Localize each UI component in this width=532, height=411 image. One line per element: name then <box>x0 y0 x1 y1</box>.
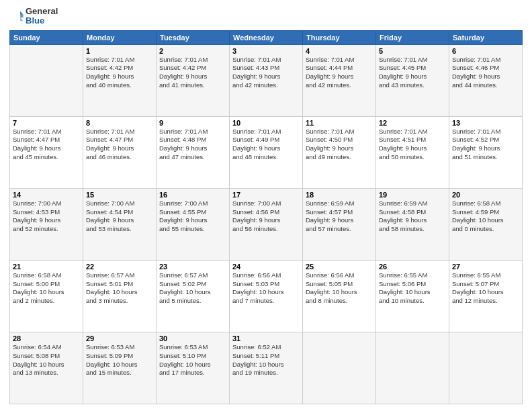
day-info: Sunrise: 6:57 AMSunset: 5:01 PMDaylight:… <box>86 271 153 306</box>
day-info: Sunrise: 6:56 AMSunset: 5:03 PMDaylight:… <box>232 271 300 306</box>
day-number: 30 <box>159 334 226 342</box>
day-info: Sunrise: 7:01 AMSunset: 4:50 PMDaylight:… <box>306 128 373 162</box>
day-number: 10 <box>232 119 300 127</box>
day-info: Sunrise: 7:01 AMSunset: 4:45 PMDaylight:… <box>379 56 446 90</box>
calendar-cell: 10Sunrise: 7:01 AMSunset: 4:49 PMDayligh… <box>230 116 303 188</box>
calendar-table: SundayMondayTuesdayWednesdayThursdayFrid… <box>9 30 523 404</box>
day-number: 21 <box>13 263 80 271</box>
day-info: Sunrise: 7:01 AMSunset: 4:46 PMDaylight:… <box>452 56 519 90</box>
calendar-cell: 29Sunrise: 6:53 AMSunset: 5:09 PMDayligh… <box>83 332 157 404</box>
day-info: Sunrise: 7:00 AMSunset: 4:54 PMDaylight:… <box>86 199 153 234</box>
day-number: 13 <box>452 119 519 127</box>
day-number: 6 <box>452 47 519 55</box>
calendar-cell: 25Sunrise: 6:56 AMSunset: 5:05 PMDayligh… <box>303 260 376 332</box>
day-info: Sunrise: 6:56 AMSunset: 5:05 PMDaylight:… <box>306 271 373 306</box>
day-number: 5 <box>379 47 446 55</box>
day-info: Sunrise: 6:57 AMSunset: 5:02 PMDaylight:… <box>159 271 226 306</box>
day-number: 7 <box>13 119 80 127</box>
column-header-saturday: Saturday <box>449 30 523 44</box>
calendar-cell: 8Sunrise: 7:01 AMSunset: 4:47 PMDaylight… <box>83 116 157 188</box>
day-info: Sunrise: 6:59 AMSunset: 4:58 PMDaylight:… <box>379 199 446 234</box>
day-number: 25 <box>306 263 373 271</box>
calendar-cell <box>376 332 449 404</box>
svg-marker-2 <box>20 17 23 21</box>
calendar-cell: 6Sunrise: 7:01 AMSunset: 4:46 PMDaylight… <box>449 44 523 116</box>
calendar-cell: 7Sunrise: 7:01 AMSunset: 4:47 PMDaylight… <box>10 116 83 188</box>
day-info: Sunrise: 7:00 AMSunset: 4:53 PMDaylight:… <box>13 199 80 234</box>
column-header-monday: Monday <box>83 30 157 44</box>
day-info: Sunrise: 7:01 AMSunset: 4:42 PMDaylight:… <box>159 56 226 90</box>
calendar-cell: 20Sunrise: 6:58 AMSunset: 4:59 PMDayligh… <box>449 188 523 260</box>
day-info: Sunrise: 7:01 AMSunset: 4:43 PMDaylight:… <box>232 56 300 90</box>
day-number: 31 <box>232 334 300 342</box>
day-info: Sunrise: 6:53 AMSunset: 5:10 PMDaylight:… <box>159 343 226 377</box>
day-number: 15 <box>86 191 153 199</box>
calendar-cell: 12Sunrise: 7:01 AMSunset: 4:51 PMDayligh… <box>376 116 449 188</box>
calendar-cell: 24Sunrise: 6:56 AMSunset: 5:03 PMDayligh… <box>230 260 303 332</box>
column-header-wednesday: Wednesday <box>230 30 303 44</box>
day-info: Sunrise: 7:01 AMSunset: 4:47 PMDaylight:… <box>13 128 80 162</box>
day-info: Sunrise: 7:01 AMSunset: 4:52 PMDaylight:… <box>452 128 519 162</box>
calendar-cell: 22Sunrise: 6:57 AMSunset: 5:01 PMDayligh… <box>83 260 157 332</box>
calendar-cell: 21Sunrise: 6:58 AMSunset: 5:00 PMDayligh… <box>10 260 83 332</box>
logo: General Blue <box>9 7 58 26</box>
calendar-cell <box>10 44 83 116</box>
day-number: 1 <box>86 47 153 55</box>
calendar-cell: 4Sunrise: 7:01 AMSunset: 4:44 PMDaylight… <box>303 44 376 116</box>
day-number: 26 <box>379 263 446 271</box>
calendar-cell: 13Sunrise: 7:01 AMSunset: 4:52 PMDayligh… <box>449 116 523 188</box>
day-number: 19 <box>379 191 446 199</box>
day-info: Sunrise: 6:58 AMSunset: 4:59 PMDaylight:… <box>452 199 519 234</box>
day-info: Sunrise: 6:55 AMSunset: 5:06 PMDaylight:… <box>379 271 446 306</box>
calendar-cell: 27Sunrise: 6:55 AMSunset: 5:07 PMDayligh… <box>449 260 523 332</box>
day-number: 20 <box>452 191 519 199</box>
day-number: 8 <box>86 119 153 127</box>
day-info: Sunrise: 6:59 AMSunset: 4:57 PMDaylight:… <box>306 199 373 234</box>
day-info: Sunrise: 6:53 AMSunset: 5:09 PMDaylight:… <box>86 343 153 377</box>
day-number: 12 <box>379 119 446 127</box>
calendar-cell: 31Sunrise: 6:52 AMSunset: 5:11 PMDayligh… <box>230 332 303 404</box>
calendar-cell: 16Sunrise: 7:00 AMSunset: 4:55 PMDayligh… <box>157 188 230 260</box>
day-number: 3 <box>232 47 300 55</box>
day-number: 28 <box>13 334 80 342</box>
svg-marker-0 <box>20 11 23 15</box>
page-header: General Blue <box>9 7 523 26</box>
day-info: Sunrise: 6:55 AMSunset: 5:07 PMDaylight:… <box>452 271 519 306</box>
day-number: 23 <box>159 263 226 271</box>
calendar-cell: 9Sunrise: 7:01 AMSunset: 4:48 PMDaylight… <box>157 116 230 188</box>
day-number: 29 <box>86 334 153 342</box>
calendar-cell: 5Sunrise: 7:01 AMSunset: 4:45 PMDaylight… <box>376 44 449 116</box>
day-number: 14 <box>13 191 80 199</box>
column-header-tuesday: Tuesday <box>157 30 230 44</box>
day-info: Sunrise: 7:00 AMSunset: 4:55 PMDaylight:… <box>159 199 226 234</box>
svg-marker-1 <box>20 15 23 17</box>
day-info: Sunrise: 7:01 AMSunset: 4:48 PMDaylight:… <box>159 128 226 162</box>
day-info: Sunrise: 7:00 AMSunset: 4:56 PMDaylight:… <box>232 199 300 234</box>
column-header-friday: Friday <box>376 30 449 44</box>
day-number: 4 <box>306 47 373 55</box>
logo-text: General Blue <box>26 7 58 26</box>
day-info: Sunrise: 7:01 AMSunset: 4:51 PMDaylight:… <box>379 128 446 162</box>
day-number: 11 <box>306 119 373 127</box>
day-number: 17 <box>232 191 300 199</box>
day-number: 27 <box>452 263 519 271</box>
logo-icon <box>9 9 24 24</box>
calendar-cell: 23Sunrise: 6:57 AMSunset: 5:02 PMDayligh… <box>157 260 230 332</box>
day-info: Sunrise: 6:54 AMSunset: 5:08 PMDaylight:… <box>13 343 80 377</box>
day-number: 2 <box>159 47 226 55</box>
day-info: Sunrise: 6:52 AMSunset: 5:11 PMDaylight:… <box>232 343 300 377</box>
day-info: Sunrise: 7:01 AMSunset: 4:47 PMDaylight:… <box>86 128 153 162</box>
calendar-cell: 14Sunrise: 7:00 AMSunset: 4:53 PMDayligh… <box>10 188 83 260</box>
calendar-cell: 3Sunrise: 7:01 AMSunset: 4:43 PMDaylight… <box>230 44 303 116</box>
calendar-cell: 11Sunrise: 7:01 AMSunset: 4:50 PMDayligh… <box>303 116 376 188</box>
day-number: 24 <box>232 263 300 271</box>
calendar-cell: 17Sunrise: 7:00 AMSunset: 4:56 PMDayligh… <box>230 188 303 260</box>
calendar-cell: 2Sunrise: 7:01 AMSunset: 4:42 PMDaylight… <box>157 44 230 116</box>
calendar-cell: 30Sunrise: 6:53 AMSunset: 5:10 PMDayligh… <box>157 332 230 404</box>
day-info: Sunrise: 7:01 AMSunset: 4:49 PMDaylight:… <box>232 128 300 162</box>
calendar-cell <box>449 332 523 404</box>
calendar-cell: 15Sunrise: 7:00 AMSunset: 4:54 PMDayligh… <box>83 188 157 260</box>
calendar-cell <box>303 332 376 404</box>
day-number: 22 <box>86 263 153 271</box>
day-info: Sunrise: 7:01 AMSunset: 4:42 PMDaylight:… <box>86 56 153 90</box>
